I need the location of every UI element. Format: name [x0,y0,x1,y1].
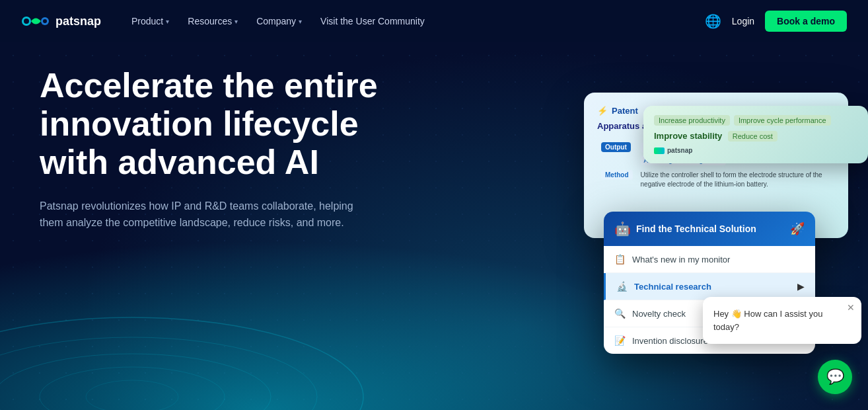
nav-product[interactable]: Product ▾ [125,12,176,30]
tech-item-technical-label: Technical research [634,282,791,292]
tech-header-left-icon: 🤖 [614,221,631,237]
nav-resources[interactable]: Resources ▾ [181,12,244,30]
language-button[interactable]: 🌐 [705,13,721,29]
prod-tag-1: Increase productivity [654,115,730,126]
chevron-icon: ▾ [235,18,238,25]
tech-card-header: 🤖 Find the Technical Solution 🚀 [604,212,815,246]
prod-tag-3: Reduce cost [728,131,778,142]
mini-logo-text: patsnap [667,147,692,154]
tech-header-right-icon: 🚀 [790,222,805,236]
method-text: Utilize the controller shell to form the… [641,171,831,189]
cursor-icon: ▶ [797,281,805,292]
logo-icon [21,13,50,30]
svg-point-6 [24,19,29,24]
technical-icon: 🔬 [616,281,628,292]
chevron-icon: ▾ [166,18,169,25]
monitor-icon: 📋 [614,254,626,265]
method-tag: Method [601,170,633,180]
chat-close-button[interactable]: ✕ [847,302,855,313]
prod-tag-2: Improve cycle performance [734,115,831,126]
tech-item-monitor-label: What's new in my monitor [632,255,805,265]
chevron-icon: ▾ [299,18,302,25]
logo-text: patsnap [55,15,101,28]
hero-title: Accelerate the entire innovation lifecyc… [40,66,410,182]
tech-header-title: Find the Technical Solution [636,224,785,234]
productivity-card: Increase productivity Improve cycle perf… [643,106,868,163]
svg-point-8 [43,19,47,23]
chat-bubble: ✕ Hey 👋 How can I assist you today? [703,297,861,344]
logo[interactable]: patsnap [21,13,101,30]
nav-left: patsnap Product ▾ Resources ▾ Company ▾ … [21,12,431,30]
ui-cards-section: ⚡ Patent Apparatus and method for chargi… [485,93,868,397]
chat-fab-button[interactable]: 💬 [818,360,852,394]
mini-logo-icon [654,147,665,154]
chat-message: Hey 👋 How can I assist you today? [713,308,851,333]
svg-point-0 [0,317,363,410]
hero-section: Accelerate the entire innovation lifecyc… [40,66,410,253]
login-button[interactable]: Login [732,16,754,26]
nav-links: Product ▾ Resources ▾ Company ▾ Visit th… [125,12,431,30]
tech-item-technical[interactable]: 🔬 Technical research ▶ [604,273,815,300]
hero-subtitle: Patsnap revolutionizes how IP and R&D te… [40,198,357,231]
patsnap-mini-brand: patsnap [654,147,857,154]
navbar: patsnap Product ▾ Resources ▾ Company ▾ … [0,0,868,42]
svg-point-3 [40,367,225,410]
nav-company[interactable]: Company ▾ [250,12,308,30]
prod-main-text: Improve stability [654,131,722,141]
patent-icon: ⚡ [597,106,608,116]
book-demo-button[interactable]: Book a demo [765,11,847,32]
nav-right: 🌐 Login Book a demo [705,11,847,32]
svg-point-1 [0,337,317,410]
svg-point-4 [86,380,178,410]
novelty-icon: 🔍 [614,308,626,319]
productivity-tags: Increase productivity Improve cycle perf… [654,115,857,126]
nav-community[interactable]: Visit the User Community [314,12,431,30]
tech-item-monitor[interactable]: 📋 What's new in my monitor [604,246,815,273]
output-tag: Output [601,142,631,152]
chat-fab-icon: 💬 [826,368,844,386]
invention-icon: 📝 [614,335,626,346]
